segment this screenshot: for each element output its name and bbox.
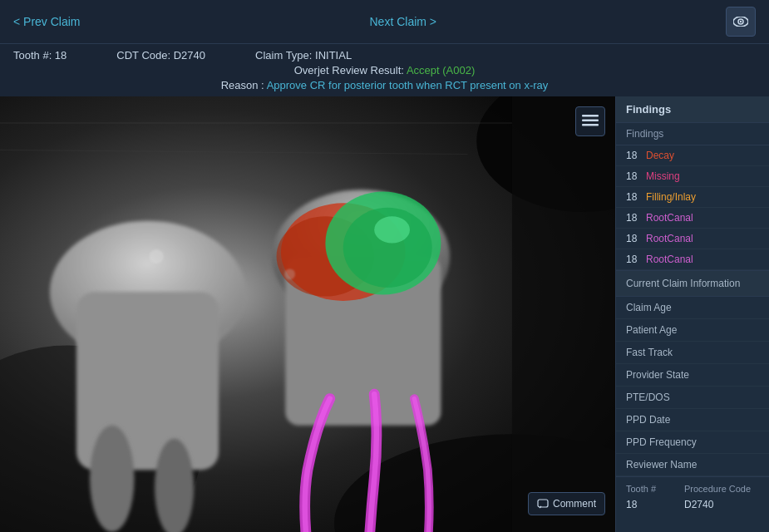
list-icon-button[interactable] — [575, 106, 605, 136]
claim-info-bar: Tooth #: 18 CDT Code: D2740 Claim Type: … — [0, 44, 769, 96]
info-row-3: Provider State — [616, 364, 769, 387]
finding-num-5: 18 — [626, 254, 639, 265]
finding-label-0: Decay — [646, 150, 674, 161]
svg-point-22 — [284, 268, 295, 279]
finding-item-1[interactable]: 18 Missing — [616, 166, 769, 187]
procedure-table: Tooth # Procedure Code 18 D2740 — [616, 476, 769, 517]
finding-label-4: RootCanal — [646, 233, 693, 244]
info-row-7: Reviewer Name — [616, 454, 769, 476]
eye-button[interactable] — [726, 7, 756, 37]
finding-label-2: Filling/Inlay — [646, 191, 696, 203]
finding-item-4[interactable]: 18 RootCanal — [616, 229, 769, 249]
right-sidebar: Findings Findings 18 Decay 18 Missing 18… — [615, 96, 769, 532]
review-accept: Accept (A002) — [407, 64, 475, 76]
info-row-label-1: Patient Age — [626, 324, 677, 336]
next-claim-button[interactable]: Next Claim > — [370, 15, 437, 28]
table-rows: 18 D2740 — [626, 499, 759, 510]
info-row-4: PTE/DOS — [616, 387, 769, 409]
info-row-6: PPD Frequency — [616, 431, 769, 454]
finding-label-5: RootCanal — [646, 254, 693, 265]
svg-point-21 — [150, 249, 164, 264]
findings-header: Findings — [616, 96, 769, 123]
info-row-label-4: PTE/DOS — [626, 392, 670, 403]
info-row-label-6: PPD Frequency — [626, 436, 697, 448]
finding-num-3: 18 — [626, 212, 639, 224]
claim-info-rows: Claim AgePatient AgeFast TrackProvider S… — [616, 297, 769, 476]
info-row-1: Patient Age — [616, 319, 769, 342]
svg-point-10 — [155, 439, 194, 532]
tooth-col-header: Tooth # — [626, 484, 668, 494]
xray-image — [0, 96, 615, 532]
procedure-cell-0: D2740 — [684, 499, 726, 510]
finding-item-0[interactable]: 18 Decay — [616, 145, 769, 166]
info-row-0: Claim Age — [616, 297, 769, 319]
table-row-0: 18 D2740 — [626, 499, 759, 510]
reason-label: Reason : — [221, 79, 264, 91]
finding-num-4: 18 — [626, 233, 639, 244]
procedure-col-header: Procedure Code — [684, 484, 751, 494]
table-header: Tooth # Procedure Code — [626, 484, 759, 494]
finding-label-1: Missing — [646, 170, 680, 182]
svg-rect-24 — [582, 120, 599, 122]
svg-rect-25 — [582, 124, 599, 126]
info-row-5: PPD Date — [616, 409, 769, 431]
svg-point-17 — [374, 216, 410, 243]
comment-label: Comment — [553, 498, 596, 510]
finding-num-0: 18 — [626, 150, 639, 161]
findings-subheader: Findings — [616, 123, 769, 145]
prev-claim-button[interactable]: < Prev Claim — [13, 15, 81, 28]
finding-label-3: RootCanal — [646, 212, 693, 224]
svg-point-9 — [90, 426, 134, 532]
findings-list: 18 Decay 18 Missing 18 Filling/Inlay 18 … — [616, 145, 769, 270]
info-row-label-3: Provider State — [626, 369, 689, 381]
review-label: Overjet Review Result: — [294, 64, 404, 76]
top-navigation: < Prev Claim Next Claim > — [0, 0, 769, 44]
cdt-code: CDT Code: D2740 — [116, 49, 205, 62]
svg-rect-23 — [582, 115, 599, 117]
svg-rect-18 — [512, 96, 615, 532]
claim-type: Claim Type: INITIAL — [255, 49, 352, 62]
tooth-cell-0: 18 — [626, 499, 668, 510]
info-row-label-2: Fast Track — [626, 347, 673, 358]
finding-item-5[interactable]: 18 RootCanal — [616, 249, 769, 270]
info-row-label-0: Claim Age — [626, 302, 672, 313]
main-layout: Comment Findings Findings 18 Decay 18 Mi… — [0, 96, 769, 532]
finding-item-2[interactable]: 18 Filling/Inlay — [616, 187, 769, 208]
svg-point-2 — [740, 21, 742, 22]
finding-num-1: 18 — [626, 170, 639, 182]
comment-button[interactable]: Comment — [528, 492, 605, 515]
svg-rect-26 — [538, 500, 548, 507]
xray-area: Comment — [0, 96, 615, 532]
finding-num-2: 18 — [626, 191, 639, 203]
info-row-label-5: PPD Date — [626, 414, 670, 426]
finding-item-3[interactable]: 18 RootCanal — [616, 208, 769, 229]
info-row-2: Fast Track — [616, 342, 769, 364]
tooth-number: Tooth #: 18 — [13, 49, 67, 62]
current-claim-header: Current Claim Information — [616, 270, 769, 297]
reason-text: Approve CR for posterior tooth when RCT … — [267, 79, 549, 91]
info-row-label-7: Reviewer Name — [626, 459, 697, 470]
